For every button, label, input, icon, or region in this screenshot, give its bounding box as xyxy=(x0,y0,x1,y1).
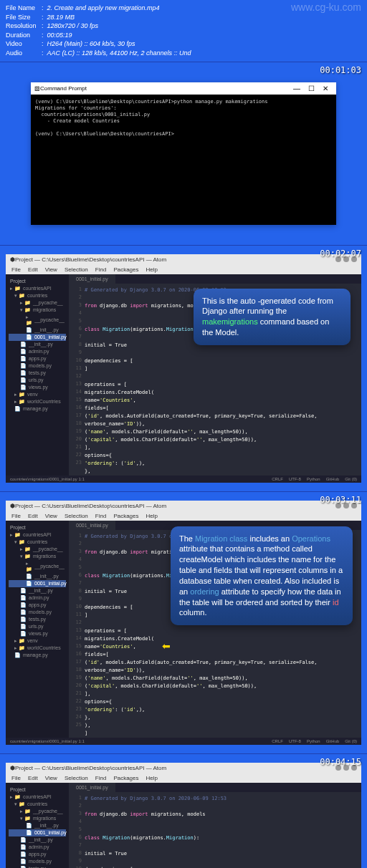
tree-file[interactable]: 📄 tests.py xyxy=(9,865,66,868)
menu-file[interactable]: File xyxy=(11,775,21,781)
tree-folder[interactable]: ▸ 📁 __pycache__ xyxy=(9,314,66,327)
tree-file[interactable]: 📄 __init__.py xyxy=(9,573,66,580)
status-git[interactable]: Git (0) xyxy=(345,739,357,743)
status-crlf[interactable]: CRLF xyxy=(272,739,283,743)
cmd-titlebar: ▧ Command Prompt — ☐ ✕ xyxy=(31,82,336,95)
pointer-arrow-icon: ⬅ xyxy=(162,640,171,652)
menu-help[interactable]: Help xyxy=(146,775,158,781)
status-language[interactable]: Python xyxy=(307,477,320,481)
tree-file[interactable]: 📄 urls.py xyxy=(9,377,66,384)
menu-help[interactable]: Help xyxy=(146,266,158,273)
menu-selection[interactable]: Selection xyxy=(65,266,88,273)
tree-folder[interactable]: ▾ 📁 countries xyxy=(9,801,66,808)
tree-folder[interactable]: ▸ 📁 __pycache__ xyxy=(9,560,66,573)
atom-icon: ⬢ xyxy=(10,765,15,771)
tree-file[interactable]: 📄 models.py xyxy=(9,609,66,616)
menu-file[interactable]: File xyxy=(11,513,21,519)
code-editor[interactable]: 0001_initial.py 123456789101112131415161… xyxy=(69,521,361,738)
tree-file[interactable]: 📄 __init__.py xyxy=(9,587,66,594)
tree-folder[interactable]: ▸ 📁 venv xyxy=(9,391,66,398)
explanation-callout: The Migration class includes an Operatio… xyxy=(171,526,353,626)
menu-edit[interactable]: Edit xyxy=(28,513,38,519)
status-path: countries\migrations\0001_initial.py 1:1 xyxy=(10,477,85,481)
line-numbers: 1234567891011121314151617181920212223242… xyxy=(69,532,82,729)
tree-file[interactable]: 📄 manage.py xyxy=(9,652,66,659)
tree-file-selected[interactable]: 📄 0001_initial.py xyxy=(9,334,66,341)
tree-root[interactable]: ▸ 📁 countriesAPI xyxy=(9,794,66,801)
tree-file[interactable]: 📄 manage.py xyxy=(9,405,66,413)
close-button[interactable]: ✕ xyxy=(318,85,333,92)
editor-tab[interactable]: 0001_initial.py xyxy=(69,783,115,792)
atom-title: Project — C:\Users\Bluelime\Desktop\coun… xyxy=(15,256,333,263)
menu-selection[interactable]: Selection xyxy=(65,513,88,519)
tree-folder[interactable]: ▾ 📁 migrations xyxy=(9,307,66,314)
tree-file[interactable]: 📄 apps.py xyxy=(9,851,66,858)
tree-file[interactable]: 📄 __init__.py xyxy=(9,327,66,334)
tree-file[interactable]: 📄 admin.py xyxy=(9,594,66,602)
menu-find[interactable]: Find xyxy=(95,775,107,781)
tree-file[interactable]: 📄 urls.py xyxy=(9,623,66,630)
tree-file[interactable]: 📄 views.py xyxy=(9,630,66,637)
menu-packages[interactable]: Packages xyxy=(113,775,138,781)
status-github[interactable]: GitHub xyxy=(326,739,340,743)
menu-view[interactable]: View xyxy=(45,513,57,519)
tree-file-selected[interactable]: 📄 0001_initial.py xyxy=(9,580,66,587)
menu-find[interactable]: Find xyxy=(95,266,107,273)
atom-icon: ⬢ xyxy=(10,256,15,263)
status-github[interactable]: GitHub xyxy=(326,477,340,481)
tree-file[interactable]: 📄 tests.py xyxy=(9,370,66,377)
menu-packages[interactable]: Packages xyxy=(113,266,138,273)
tree-folder[interactable]: ▸ 📁 __pycache__ xyxy=(9,299,66,307)
tree-file[interactable]: 📄 models.py xyxy=(9,362,66,370)
status-encoding[interactable]: UTF-8 xyxy=(289,739,301,743)
menu-view[interactable]: View xyxy=(45,775,57,781)
tree-folder[interactable]: ▸ 📁 venv xyxy=(9,637,66,645)
tree-root[interactable]: ▸ 📁 countriesAPI xyxy=(9,531,66,539)
menu-selection[interactable]: Selection xyxy=(65,775,88,781)
video-frame-3: 00:03:11 ⬢ Project — C:\Users\Bluelime\D… xyxy=(0,491,367,753)
timestamp: 00:01:03 xyxy=(320,65,361,75)
tree-folder[interactable]: ▸ 📁 __pycache__ xyxy=(9,546,66,553)
editor-tab[interactable]: 0001_initial.py xyxy=(69,274,115,284)
menu-help[interactable]: Help xyxy=(146,513,158,519)
menu-packages[interactable]: Packages xyxy=(113,513,138,519)
tree-folder[interactable]: ▸ 📁 worldCountries xyxy=(9,398,66,405)
status-language[interactable]: Python xyxy=(307,739,320,743)
code-content: # Generated by Django 3.0.7 on 2020-06-0… xyxy=(85,795,361,868)
tree-file[interactable]: 📄 models.py xyxy=(9,858,66,865)
maximize-button[interactable]: ☐ xyxy=(304,85,318,92)
editor-tab[interactable]: 0001_initial.py xyxy=(69,521,115,530)
tree-file[interactable]: 📄 apps.py xyxy=(9,602,66,609)
status-encoding[interactable]: UTF-8 xyxy=(289,477,301,481)
menu-edit[interactable]: Edit xyxy=(28,775,38,781)
menu-find[interactable]: Find xyxy=(95,513,107,519)
tree-folder[interactable]: ▸ 📁 worldCountries xyxy=(9,645,66,652)
tree-file[interactable]: 📄 apps.py xyxy=(9,355,66,362)
tree-folder[interactable]: ▾ 📁 migrations xyxy=(9,553,66,560)
tree-file[interactable]: 📄 admin.py xyxy=(9,348,66,355)
menu-view[interactable]: View xyxy=(45,266,57,273)
minimize-button[interactable]: — xyxy=(290,85,304,92)
code-editor[interactable]: 0001_initial.py 123456789101112131415161… xyxy=(69,783,361,868)
tree-file[interactable]: 📄 admin.py xyxy=(9,844,66,851)
tree-root[interactable]: ▸ 📁 countriesAPI xyxy=(9,285,66,292)
menu-file[interactable]: File xyxy=(11,266,21,273)
code-editor[interactable]: 0001_initial.py 123456789101112131415161… xyxy=(69,274,361,476)
tree-folder[interactable]: ▾ 📁 countries xyxy=(9,292,66,299)
tree-file[interactable]: 📄 tests.py xyxy=(9,616,66,623)
tree-folder[interactable]: ▾ 📁 migrations xyxy=(9,815,66,822)
tree-folder[interactable]: ▾ 📁 countries xyxy=(9,539,66,546)
tree-file[interactable]: 📄 __init__.py xyxy=(9,836,66,844)
video-frame-1: 00:01:03 ▧ Command Prompt — ☐ ✕ (venv) C… xyxy=(0,62,367,245)
tree-folder[interactable]: ▸ 📁 __pycache__ xyxy=(9,808,66,815)
tree-file[interactable]: 📄 __init__.py xyxy=(9,822,66,829)
status-crlf[interactable]: CRLF xyxy=(272,477,283,481)
tree-file[interactable]: 📄 __init__.py xyxy=(9,341,66,348)
atom-window: ⬢ Project — C:\Users\Bluelime\Desktop\co… xyxy=(6,254,361,483)
tree-file-selected[interactable]: 📄 0001_initial.py xyxy=(9,829,66,836)
menu-edit[interactable]: Edit xyxy=(28,266,38,273)
tree-file[interactable]: 📄 views.py xyxy=(9,384,66,391)
status-git[interactable]: Git (0) xyxy=(345,477,357,481)
watermark-top: www.cg-ku.com xyxy=(291,1,361,13)
atom-window: ⬢ Project — C:\Users\Bluelime\Desktop\co… xyxy=(6,501,361,745)
